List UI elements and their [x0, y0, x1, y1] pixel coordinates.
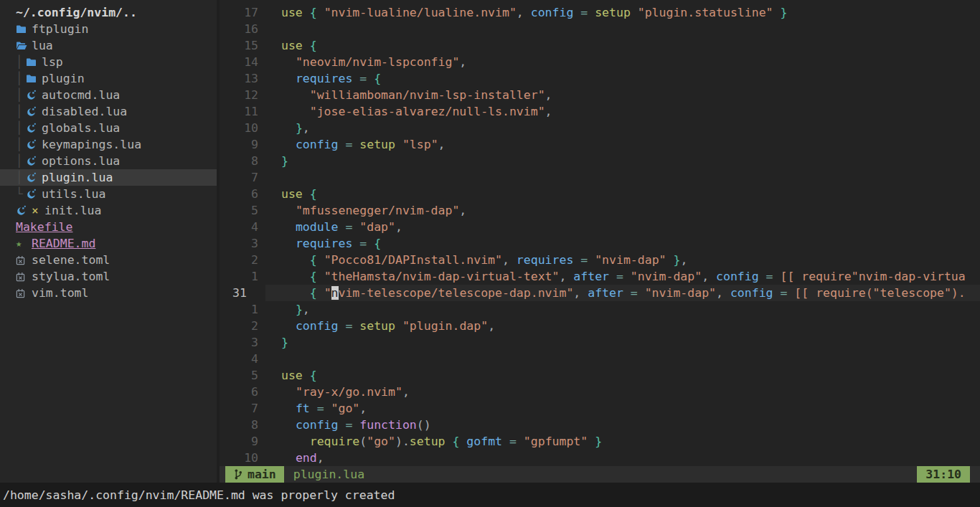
- code-line[interactable]: 1 { "theHamsta/nvim-dap-virtual-text", a…: [220, 268, 980, 285]
- lua-icon: [26, 156, 42, 166]
- git-branch-name: main: [248, 468, 276, 481]
- code-line[interactable]: 9 config = setup "lsp",: [220, 136, 980, 153]
- code-line[interactable]: 7 ft = "go",: [220, 400, 980, 417]
- tree-guide: │: [16, 169, 26, 186]
- code-line[interactable]: 15use {: [220, 37, 980, 54]
- tree-item-stylua-toml[interactable]: stylua.toml: [0, 268, 217, 285]
- code-line[interactable]: 8}: [220, 153, 980, 169]
- folder-closed-icon: [16, 24, 32, 34]
- tree-item-label: disabled.lua: [42, 103, 127, 120]
- tree-item-plugin-lua[interactable]: │plugin.lua: [0, 169, 217, 186]
- line-text: use {: [265, 367, 980, 384]
- tree-item-label: keymapings.lua: [42, 136, 141, 153]
- code-line-current[interactable]: 31 { "nvim-telescope/telescope-dap.nvim"…: [220, 285, 980, 301]
- tree-item-init-lua[interactable]: ×init.lua: [0, 202, 217, 219]
- code-line[interactable]: 7: [220, 169, 980, 186]
- code-line[interactable]: 2 { "Pocco81/DAPInstall.nvim", requires …: [220, 252, 980, 268]
- tree-item-ftplugin[interactable]: ftplugin: [0, 21, 217, 37]
- code-line[interactable]: 14 "neovim/nvim-lspconfig",: [220, 54, 980, 70]
- code-line[interactable]: 5use {: [220, 367, 980, 384]
- tree-item-utils-lua[interactable]: └utils.lua: [0, 186, 217, 202]
- tree-item-readme-md[interactable]: ★README.md: [0, 235, 217, 252]
- tree-item-lsp[interactable]: │lsp: [0, 54, 217, 70]
- folder-closed-icon: [26, 74, 42, 83]
- line-number: 17: [220, 4, 265, 21]
- tree-item-label: lsp: [42, 54, 63, 70]
- line-text: config = setup "lsp",: [265, 136, 980, 153]
- code-line[interactable]: 5 "mfussenegger/nvim-dap",: [220, 202, 980, 219]
- tree-guide: │: [16, 103, 26, 120]
- tree-item-globals-lua[interactable]: │globals.lua: [0, 120, 217, 136]
- tree-item-label: autocmd.lua: [42, 87, 120, 103]
- line-text: "williamboman/nvim-lsp-installer",: [265, 87, 980, 103]
- diagnostic-x-icon: ×: [32, 202, 44, 219]
- message-line: /home/sasha/.config/nvim/README.md was p…: [0, 483, 980, 507]
- line-text: },: [265, 120, 980, 136]
- tree-item-label: vim.toml: [32, 285, 88, 301]
- code-line[interactable]: 13 requires = {: [220, 70, 980, 87]
- code-line[interactable]: 12 "williamboman/nvim-lsp-installer",: [220, 87, 980, 103]
- tree-item-plugin[interactable]: │plugin: [0, 70, 217, 87]
- line-text: }: [265, 334, 980, 351]
- file-tree-panel: ~/.config/nvim/.. ftpluginlua│lsp│plugin…: [0, 0, 220, 483]
- tree-item-autocmd-lua[interactable]: │autocmd.lua: [0, 87, 217, 103]
- code-line[interactable]: 3 requires = {: [220, 235, 980, 252]
- tree-guide: │: [16, 153, 26, 169]
- tree-item-label: Makefile: [16, 219, 72, 235]
- tree-item-makefile[interactable]: Makefile: [0, 219, 217, 235]
- line-text: [265, 351, 980, 367]
- lua-icon: [26, 189, 42, 199]
- tree-guide: │: [16, 54, 26, 70]
- line-text: requires = {: [265, 235, 980, 252]
- code-line[interactable]: 8 config = function(): [220, 417, 980, 433]
- code-line[interactable]: 11 "jose-elias-alvarez/null-ls.nvim",: [220, 103, 980, 120]
- lua-icon: [26, 90, 42, 100]
- line-number: 7: [220, 169, 265, 186]
- tree-item-label: init.lua: [44, 202, 101, 219]
- line-text: config = function(): [265, 417, 980, 433]
- code-line[interactable]: 4 module = "dap",: [220, 219, 980, 235]
- line-number: 12: [220, 87, 265, 103]
- line-number: 14: [220, 54, 265, 70]
- lua-icon: [16, 205, 32, 216]
- main-area: ~/.config/nvim/.. ftpluginlua│lsp│plugin…: [0, 0, 980, 483]
- line-text: [265, 21, 980, 37]
- statusline-filename: plugin.lua: [293, 468, 364, 481]
- tree-item-disabled-lua[interactable]: │disabled.lua: [0, 103, 217, 120]
- tree-item-selene-toml[interactable]: selene.toml: [0, 252, 217, 268]
- code-line[interactable]: 16: [220, 21, 980, 37]
- code-line[interactable]: 6use {: [220, 186, 980, 202]
- code-line[interactable]: 3}: [220, 334, 980, 351]
- tree-guide: └: [16, 186, 26, 202]
- text-cursor: n: [331, 286, 339, 300]
- code-line[interactable]: 17use { "nvim-lualine/lualine.nvim", con…: [220, 4, 980, 21]
- line-number: 4: [220, 219, 265, 235]
- code-line[interactable]: 10 end,: [220, 450, 980, 466]
- tree-item-keymapings-lua[interactable]: │keymapings.lua: [0, 136, 217, 153]
- tree-item-lua[interactable]: lua: [0, 37, 217, 54]
- nvim-window: ~/.config/nvim/.. ftpluginlua│lsp│plugin…: [0, 0, 980, 507]
- code-line[interactable]: 10 },: [220, 120, 980, 136]
- line-text: { "theHamsta/nvim-dap-virtual-text", aft…: [265, 268, 980, 285]
- code-line[interactable]: 2 config = setup "plugin.dap",: [220, 318, 980, 334]
- line-text: config = setup "plugin.dap",: [265, 318, 980, 334]
- tree-item-vim-toml[interactable]: vim.toml: [0, 285, 217, 301]
- line-number: 3: [220, 235, 265, 252]
- tree-item-label: stylua.toml: [32, 268, 110, 285]
- line-text: requires = {: [265, 70, 980, 87]
- line-text: ft = "go",: [265, 400, 980, 417]
- tree-item-options-lua[interactable]: │options.lua: [0, 153, 217, 169]
- code-area[interactable]: 17use { "nvim-lualine/lualine.nvim", con…: [220, 0, 980, 466]
- line-number: 2: [220, 252, 265, 268]
- tree-guide: │: [16, 87, 26, 103]
- folder-closed-icon: [26, 57, 42, 67]
- code-line[interactable]: 4: [220, 351, 980, 367]
- line-number: 4: [220, 351, 265, 367]
- lua-icon: [26, 106, 42, 117]
- lua-icon: [26, 139, 42, 150]
- cursor-position-badge: 31:10: [917, 466, 970, 483]
- code-line[interactable]: 1 },: [220, 301, 980, 318]
- line-number: 6: [220, 186, 265, 202]
- code-line[interactable]: 9 require("go").setup { gofmt = "gpfumpt…: [220, 433, 980, 450]
- code-line[interactable]: 6 "ray-x/go.nvim",: [220, 384, 980, 400]
